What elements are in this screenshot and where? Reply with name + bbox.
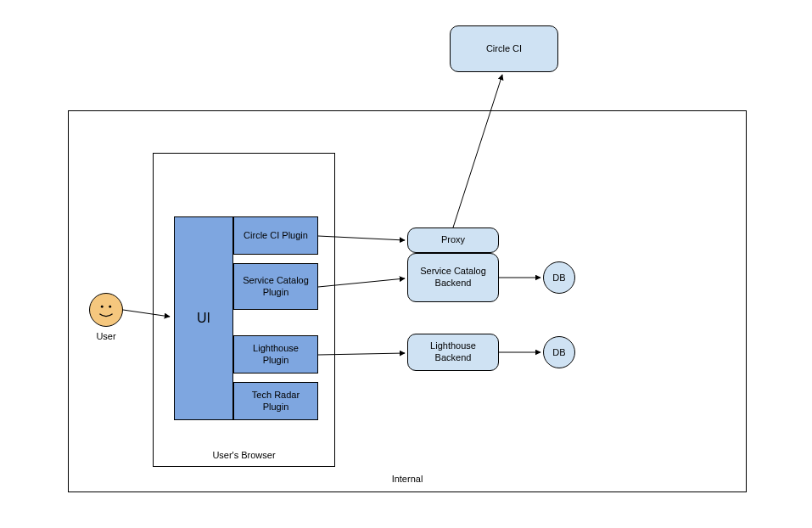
lighthouse-backend-node: Lighthouse Backend xyxy=(407,334,499,371)
lighthouse-plugin-node: Lighthouse Plugin xyxy=(233,335,318,374)
diagram-canvas: Internal User's Browser User UI Circle C… xyxy=(0,0,812,528)
user-label: User xyxy=(85,331,127,341)
proxy-label: Proxy xyxy=(441,234,465,246)
ui-node-label: UI xyxy=(197,310,210,327)
lighthouse-plugin-label: Lighthouse Plugin xyxy=(239,343,312,367)
tech-radar-plugin-node: Tech Radar Plugin xyxy=(233,382,318,420)
proxy-node: Proxy xyxy=(407,227,499,253)
svg-point-0 xyxy=(101,306,104,308)
service-catalog-backend-node: Service Catalog Backend xyxy=(407,253,499,302)
lighthouse-backend-label: Lighthouse Backend xyxy=(413,340,493,364)
db2-label: DB xyxy=(552,347,565,357)
circleci-plugin-label: Circle CI Plugin xyxy=(244,230,308,242)
service-catalog-plugin-label: Service Catalog Plugin xyxy=(239,275,312,299)
svg-point-1 xyxy=(109,306,111,308)
tech-radar-plugin-label: Tech Radar Plugin xyxy=(239,390,312,413)
db1-node: DB xyxy=(543,261,575,294)
db1-label: DB xyxy=(552,272,565,283)
circleci-node: Circle CI xyxy=(450,25,558,72)
circleci-plugin-node: Circle CI Plugin xyxy=(233,216,318,255)
user-icon xyxy=(89,293,123,327)
circleci-label: Circle CI xyxy=(486,43,522,55)
service-catalog-backend-label: Service Catalog Backend xyxy=(413,266,493,289)
db2-node: DB xyxy=(543,336,575,368)
browser-label: User's Browser xyxy=(153,450,335,460)
ui-node: UI xyxy=(174,216,233,420)
internal-label: Internal xyxy=(68,474,747,484)
service-catalog-plugin-node: Service Catalog Plugin xyxy=(233,263,318,310)
